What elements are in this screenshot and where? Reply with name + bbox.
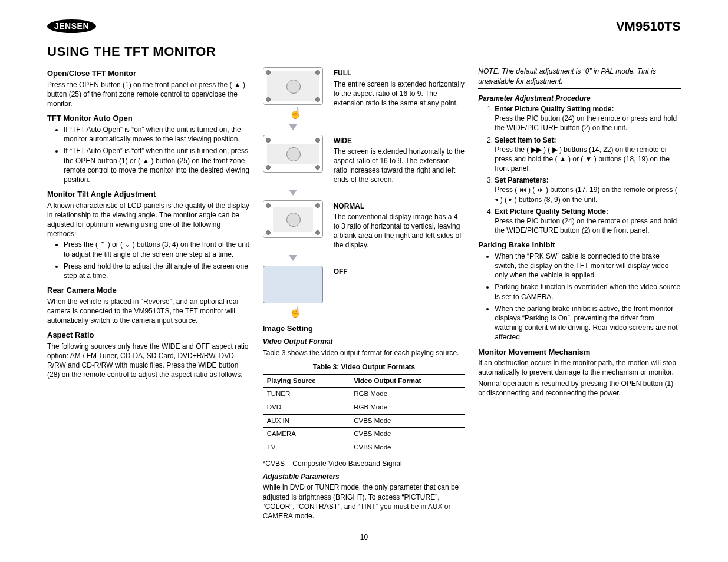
- adjustable-parameters-text: While in DVD or TUNER mode, the only par…: [263, 482, 466, 521]
- model-number: VM9510TS: [616, 18, 681, 35]
- step-3-title: Set Parameters:: [495, 176, 548, 184]
- tilt-item-2: Press and hold the to adjust the tilt an…: [64, 262, 250, 280]
- wide-text: The screen is extended horizontally to t…: [334, 147, 466, 185]
- hand-icon: ☝: [289, 107, 302, 119]
- tilt-text: A known characteristic of LCD panels is …: [47, 201, 250, 239]
- aspect-ratio-heading: Aspect Ratio: [47, 330, 250, 340]
- table-3-caption: Table 3: Video Output Formats: [263, 362, 466, 372]
- step-3-text: Press ( ⏮ ) ( ⏭ ) buttons (17, 19) on th…: [495, 186, 677, 203]
- step-4-title: Exit Picture Quality Setting Mode:: [495, 207, 608, 216]
- note-text: NOTE: The default adjustment is “0” in P…: [478, 67, 656, 85]
- video-output-format-table: Playing Source Video Output Format TUNER…: [263, 374, 466, 454]
- page-title: USING THE TFT MONITOR: [47, 43, 681, 61]
- page-number: 10: [47, 533, 681, 542]
- video-output-format-text: Table 3 shows the video output format fo…: [263, 348, 466, 358]
- open-close-text: Press the OPEN button (1) on the front p…: [47, 80, 250, 109]
- normal-heading: NORMAL: [334, 201, 466, 211]
- step-1-title: Enter Picture Quality Setting mode:: [495, 105, 614, 113]
- pbi-item-2: Parking brake function is overridden whe…: [495, 282, 681, 301]
- table-cell: TUNER: [263, 388, 350, 401]
- arrow-down-icon: [289, 124, 297, 130]
- pbi-item-1: When the “PRK SW” cable is connected to …: [495, 252, 681, 280]
- step-2-title: Select Item to Set:: [495, 136, 556, 144]
- arrow-down-icon: [289, 190, 297, 196]
- table-cell: RGB Mode: [350, 388, 465, 401]
- table-header-source: Playing Source: [263, 374, 350, 388]
- auto-open-item-2: If “TFT Auto Open” is “off” when the uni…: [64, 146, 250, 184]
- monitor-movement-heading: Monitor Movement Mechanism: [478, 347, 681, 358]
- table-cell: TV: [263, 441, 350, 454]
- table-cell: RGB Mode: [350, 401, 465, 414]
- page-header: JENSEN VM9510TS: [47, 18, 681, 37]
- diagram-full: [263, 67, 323, 105]
- parking-brake-inhibit-heading: Parking Brake Inhibit: [478, 240, 681, 250]
- diagram-wide: [263, 135, 323, 173]
- pbi-item-3: When the parking brake inhibit is active…: [495, 304, 681, 342]
- aspect-ratio-text: The following sources only have the WIDE…: [47, 342, 250, 380]
- adjustable-parameters-heading: Adjustable Parameters: [263, 472, 466, 481]
- auto-open-item-1: If “TFT Auto Open” is “on” when the unit…: [64, 125, 250, 144]
- rear-camera-heading: Rear Camera Mode: [47, 285, 250, 296]
- open-close-heading: Open/Close TFT Monitor: [47, 68, 250, 79]
- step-2-text: Press the ( ▶▶ ) ( ▶ ) buttons (14, 22) …: [495, 146, 670, 173]
- step-1-text: Press the PIC button (24) on the remote …: [495, 114, 677, 132]
- column-2: ☝ FULL The entire screen is extended hor…: [263, 64, 466, 522]
- procedure-step-4: Exit Picture Quality Setting Mode: Press…: [495, 207, 681, 236]
- step-4-text: Press the PIC button (24) on the remote …: [495, 217, 677, 234]
- full-heading: FULL: [334, 68, 466, 78]
- rear-camera-text: When the vehicle is placed in "Reverse",…: [47, 297, 250, 326]
- table-cell: CVBS Mode: [350, 441, 465, 454]
- off-heading: OFF: [334, 267, 466, 276]
- table-cell: CVBS Mode: [350, 428, 465, 441]
- monitor-movement-text-1: If an obstruction occurs in the monitor …: [478, 358, 681, 377]
- video-output-format-heading: Video Output Format: [263, 337, 466, 346]
- hand-icon: ☝: [289, 306, 302, 318]
- table-cell: CAMERA: [263, 428, 350, 441]
- column-1: Open/Close TFT Monitor Press the OPEN bu…: [47, 64, 250, 522]
- full-text: The entire screen is extended horizontal…: [334, 80, 466, 108]
- parameter-adjustment-procedure-heading: Parameter Adjustment Procedure: [478, 94, 681, 103]
- tilt-item-1: Press the ( ⌃ ) or ( ⌄ ) buttons (3, 4) …: [64, 240, 250, 259]
- procedure-step-1: Enter Picture Quality Setting mode: Pres…: [495, 104, 681, 133]
- tilt-heading: Monitor Tilt Angle Adjustment: [47, 189, 250, 200]
- table-cell: AUX IN: [263, 414, 350, 428]
- procedure-step-3: Set Parameters: Press ( ⏮ ) ( ⏭ ) button…: [495, 176, 681, 204]
- image-setting-heading: Image Setting: [263, 323, 466, 334]
- wide-heading: WIDE: [334, 136, 466, 146]
- column-3: NOTE: The default adjustment is “0” in P…: [478, 64, 681, 522]
- table-cell: DVD: [263, 401, 350, 414]
- note-box: NOTE: The default adjustment is “0” in P…: [478, 64, 681, 88]
- normal-text: The conventional display image has a 4 t…: [334, 212, 466, 250]
- diagram-normal: [263, 200, 323, 238]
- arrow-down-icon: [289, 255, 297, 261]
- table-cell: CVBS Mode: [350, 414, 465, 428]
- procedure-step-2: Select Item to Set: Press the ( ▶▶ ) ( ▶…: [495, 135, 681, 174]
- cvbs-footnote: *CVBS – Composite Video Baseband Signal: [263, 459, 466, 468]
- diagram-off: [263, 266, 323, 303]
- table-header-format: Video Output Format: [350, 374, 465, 388]
- auto-open-heading: TFT Monitor Auto Open: [47, 113, 250, 124]
- monitor-movement-text-2: Normal operation is resumed by pressing …: [478, 379, 681, 398]
- brand-logo: JENSEN: [47, 19, 96, 33]
